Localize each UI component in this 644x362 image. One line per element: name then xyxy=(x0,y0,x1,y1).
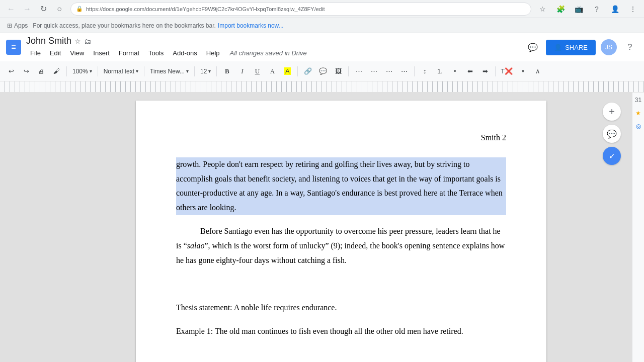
paragraph-4-text: Example 1: The old man continues to fish… xyxy=(176,327,463,335)
profile-button[interactable]: 👤 xyxy=(608,2,622,16)
bookmarks-bar: ⊞ Apps For quick access, place your book… xyxy=(0,18,644,33)
back-button[interactable]: ← xyxy=(4,2,18,16)
insert-comment-button[interactable]: 💬 xyxy=(316,64,330,79)
nav-buttons: ← → ↻ ○ xyxy=(4,2,66,16)
menu-item-tools[interactable]: Tools xyxy=(144,47,168,59)
insert-image-button[interactable]: 🖼 xyxy=(331,64,345,79)
document-area: Smith 2 growth. People don't earn respec… xyxy=(0,93,644,362)
menu-item-format[interactable]: Format xyxy=(115,47,143,59)
menu-item-file[interactable]: File xyxy=(26,47,45,59)
menu-item-view[interactable]: View xyxy=(66,47,88,59)
insert-link-button[interactable]: 🔗 xyxy=(301,64,315,79)
italic-button[interactable]: I xyxy=(235,64,249,79)
undo-button[interactable]: ↩ xyxy=(4,64,18,79)
toolbar-separator-6 xyxy=(297,66,298,76)
clear-formatting-button[interactable]: T❌ xyxy=(499,64,515,79)
share-button[interactable]: 👤 SHARE xyxy=(546,40,596,55)
toolbar-separator-5 xyxy=(216,66,217,76)
forward-button[interactable]: → xyxy=(20,2,34,16)
font-size-value: 12 xyxy=(200,68,207,75)
collapse-button[interactable]: ∧ xyxy=(531,64,545,79)
toolbar-separator-1 xyxy=(66,66,67,76)
paragraph-3-text: Thesis statement: A noble life requires … xyxy=(176,303,337,312)
more-options-button[interactable]: ▾ xyxy=(516,64,530,79)
text-color-button[interactable]: A xyxy=(265,64,279,79)
style-select[interactable]: Normal text ▾ xyxy=(101,65,141,78)
user-avatar[interactable]: JS xyxy=(601,39,617,55)
bold-button[interactable]: B xyxy=(220,64,234,79)
refresh-button[interactable]: ↻ xyxy=(36,2,50,16)
paragraph-2[interactable]: Before Santiago even has the opportunity… xyxy=(176,224,506,267)
text-color-icon: A xyxy=(270,67,275,75)
header-text: Smith 2 xyxy=(481,133,506,142)
person-icon: 👤 xyxy=(554,44,562,51)
redo-button[interactable]: ↪ xyxy=(19,64,33,79)
apps-button[interactable]: ⊞ Apps xyxy=(4,21,31,30)
numbered-list-button[interactable]: 1. xyxy=(433,64,447,79)
zoom-value: 100% xyxy=(72,68,88,75)
keep-icon[interactable]: ★ xyxy=(633,108,643,119)
highlight-color-button[interactable]: A xyxy=(280,64,294,79)
font-select[interactable]: Times New... ▾ xyxy=(147,65,191,78)
underline-button[interactable]: U xyxy=(250,64,264,79)
paint-format-button[interactable]: 🖌 xyxy=(49,64,63,79)
comments-panel-icon[interactable]: 💬 xyxy=(603,125,621,143)
menu-item-insert[interactable]: Insert xyxy=(89,47,114,59)
paragraph-2-italic: salao xyxy=(187,241,205,250)
style-dropdown-arrow: ▾ xyxy=(136,68,138,74)
right-panel-toggle[interactable]: 31 xyxy=(633,95,643,106)
import-bookmarks-link[interactable]: Import bookmarks now... xyxy=(218,22,284,29)
add-content-button[interactable]: + xyxy=(603,103,621,121)
url-text: https://docs.google.com/document/d/1eYge… xyxy=(86,6,526,12)
doc-title[interactable]: John Smith xyxy=(26,36,71,46)
style-value: Normal text xyxy=(104,68,134,75)
highlight-icon: A xyxy=(284,67,291,75)
menu-bar: File Edit View Insert Format Tools Add-o… xyxy=(26,47,307,59)
toolbar-separator-3 xyxy=(144,66,144,76)
align-left-button[interactable]: ⋯ xyxy=(352,64,366,79)
url-bar[interactable]: 🔒 https://docs.google.com/document/d/1eY… xyxy=(70,3,531,16)
home-button[interactable]: ○ xyxy=(52,2,66,16)
apps-grid-icon: ⊞ xyxy=(7,22,12,29)
align-center-button[interactable]: ⋯ xyxy=(367,64,381,79)
bookmark-button[interactable]: ☆ xyxy=(535,2,549,16)
font-size-select[interactable]: 12 ▾ xyxy=(198,65,213,78)
share-label: SHARE xyxy=(565,44,588,51)
browser-chrome: ← → ↻ ○ 🔒 https://docs.google.com/docume… xyxy=(0,0,644,18)
page-wrapper[interactable]: Smith 2 growth. People don't earn respec… xyxy=(91,93,592,362)
zoom-select[interactable]: 100% ▾ xyxy=(70,65,95,78)
indent-more-button[interactable]: ➡ xyxy=(478,64,492,79)
menu-item-addons[interactable]: Add-ons xyxy=(169,47,201,59)
font-size-dropdown-arrow: ▾ xyxy=(208,68,211,74)
apps-label: Apps xyxy=(14,22,28,29)
paragraph-3[interactable]: Thesis statement: A noble life requires … xyxy=(176,301,506,315)
toolbar-separator-2 xyxy=(98,66,98,76)
ruler-marks xyxy=(0,81,644,92)
help-button[interactable]: ? xyxy=(590,2,604,16)
docs-logo-icon: ≡ xyxy=(11,43,16,52)
align-right-button[interactable]: ⋯ xyxy=(382,64,396,79)
bullet-list-button[interactable]: • xyxy=(448,64,462,79)
menu-item-edit[interactable]: Edit xyxy=(46,47,65,59)
star-icon[interactable]: ☆ xyxy=(74,37,81,45)
align-justify-button[interactable]: ⋯ xyxy=(397,64,411,79)
far-right-panel: 31 ★ ◎ xyxy=(632,93,644,362)
print-button[interactable]: 🖨 xyxy=(34,64,48,79)
help-icon-button[interactable]: ? xyxy=(622,39,638,55)
menu-button[interactable]: ⋮ xyxy=(626,2,640,16)
folder-icon[interactable]: 🗂 xyxy=(84,37,91,45)
line-spacing-button[interactable]: ↕ xyxy=(418,64,432,79)
indent-less-button[interactable]: ⬅ xyxy=(463,64,477,79)
toolbar-separator-4 xyxy=(194,66,195,76)
notifications-icon[interactable]: ✓ xyxy=(603,147,621,165)
paragraph-4[interactable]: Example 1: The old man continues to fish… xyxy=(176,324,506,339)
document-page[interactable]: Smith 2 growth. People don't earn respec… xyxy=(136,101,546,362)
extensions-button[interactable]: 🧩 xyxy=(553,2,568,16)
avatar-initials: JS xyxy=(605,44,612,51)
toolbar-separator-8 xyxy=(414,66,415,76)
cast-button[interactable]: 📺 xyxy=(572,2,586,16)
menu-item-help[interactable]: Help xyxy=(202,47,224,59)
comments-button[interactable]: 💬 xyxy=(525,39,541,55)
drive-icon[interactable]: ◎ xyxy=(634,121,643,132)
paragraph-1[interactable]: growth. People don't earn respect by ret… xyxy=(176,157,506,215)
